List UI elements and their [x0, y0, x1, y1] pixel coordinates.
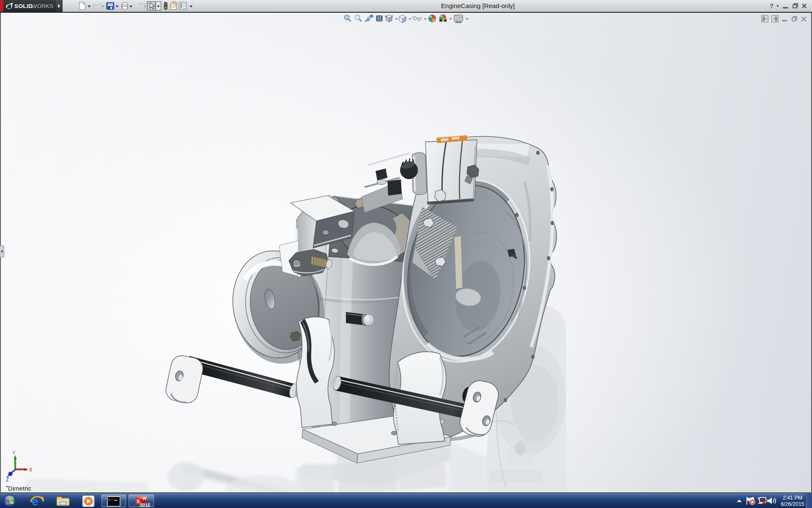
svg-text:C:\: C:\: [109, 498, 115, 502]
svg-text:X: X: [29, 467, 32, 473]
svg-text:S: S: [137, 499, 140, 504]
svg-text:2015: 2015: [140, 502, 150, 508]
svg-text:WORKS: WORKS: [32, 3, 54, 9]
svg-text:?: ?: [770, 3, 774, 9]
svg-text:Z: Z: [6, 477, 9, 483]
svg-text:W: W: [143, 495, 147, 501]
svg-text:SOLID: SOLID: [14, 3, 33, 9]
svg-text:Y: Y: [12, 450, 15, 456]
